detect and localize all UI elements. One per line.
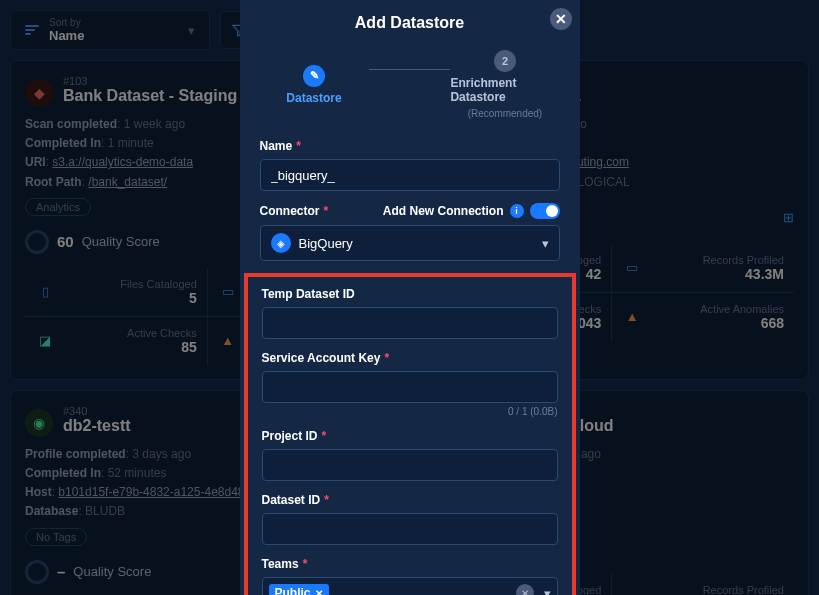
- required-icon: *: [296, 139, 301, 153]
- required-icon: *: [324, 493, 329, 507]
- sak-counter: 0 / 1 (0.0B): [262, 406, 558, 417]
- teams-select[interactable]: Public✕ ✕ ▾: [262, 577, 558, 595]
- modal-title: Add Datastore: [260, 14, 560, 32]
- required-icon: *: [324, 204, 329, 218]
- sak-label: Service Account Key: [262, 351, 381, 365]
- chevron-down-icon: ▾: [542, 236, 549, 251]
- sak-input[interactable]: [262, 371, 558, 403]
- connector-select[interactable]: ◈ BigQuery ▾: [260, 225, 560, 261]
- step-2-dot[interactable]: 2: [494, 50, 516, 72]
- step-1-dot[interactable]: ✎: [303, 65, 325, 87]
- step-2-sublabel: (Recommended): [468, 108, 542, 119]
- required-icon: *: [384, 351, 389, 365]
- temp-dataset-input[interactable]: [262, 307, 558, 339]
- project-id-input[interactable]: [262, 449, 558, 481]
- step-2-label: Enrichment Datastore: [450, 76, 559, 104]
- step-line: [369, 69, 451, 70]
- dataset-id-label: Dataset ID: [262, 493, 321, 507]
- connector-value: BigQuery: [299, 236, 353, 251]
- teams-label: Teams: [262, 557, 299, 571]
- team-chip[interactable]: Public✕: [269, 584, 329, 595]
- name-input[interactable]: [260, 159, 560, 191]
- close-button[interactable]: ✕: [550, 8, 572, 30]
- highlighted-section: Temp Dataset ID Service Account Key* 0 /…: [244, 273, 576, 595]
- add-datastore-modal: ✕ Add Datastore ✎ Datastore 2 Enrichment…: [240, 0, 580, 595]
- stepper: ✎ Datastore 2 Enrichment Datastore (Reco…: [260, 50, 560, 119]
- add-connection-toggle[interactable]: [530, 203, 560, 219]
- modal-overlay: ✕ Add Datastore ✎ Datastore 2 Enrichment…: [0, 0, 819, 595]
- name-label: Name: [260, 139, 293, 153]
- info-icon[interactable]: i: [510, 204, 524, 218]
- connector-label: Connector: [260, 204, 320, 218]
- bigquery-icon: ◈: [271, 233, 291, 253]
- required-icon: *: [322, 429, 327, 443]
- project-id-label: Project ID: [262, 429, 318, 443]
- add-connection-label: Add New Connection: [383, 204, 504, 218]
- clear-button[interactable]: ✕: [516, 584, 534, 595]
- required-icon: *: [303, 557, 308, 571]
- chevron-down-icon: ▾: [544, 586, 551, 596]
- step-1-label: Datastore: [286, 91, 341, 105]
- remove-chip-icon[interactable]: ✕: [315, 588, 323, 596]
- temp-dataset-label: Temp Dataset ID: [262, 287, 355, 301]
- dataset-id-input[interactable]: [262, 513, 558, 545]
